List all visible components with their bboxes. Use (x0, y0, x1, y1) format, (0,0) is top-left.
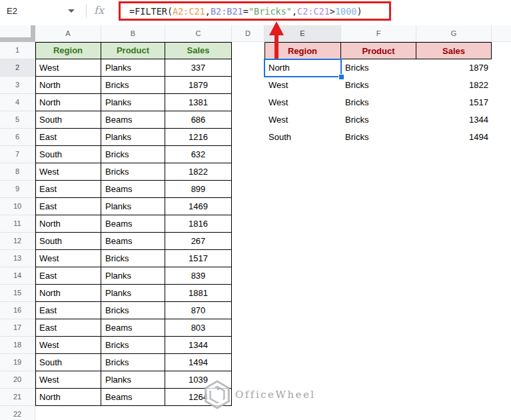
row-header-9[interactable]: 9 (0, 181, 35, 198)
cell-B2[interactable]: Planks (101, 59, 165, 77)
cell-B13[interactable]: Bricks (101, 250, 165, 267)
row-header-19[interactable]: 19 (0, 354, 35, 371)
cell-G3[interactable]: 1822 (416, 77, 492, 94)
row-header-3[interactable]: 3 (0, 77, 35, 94)
cell-C9[interactable]: 899 (165, 181, 232, 198)
cell-E1[interactable]: Region (264, 42, 341, 59)
column-header-E[interactable]: E (264, 25, 341, 42)
cell-A7[interactable]: South (35, 146, 101, 163)
cell-C6[interactable]: 1216 (165, 129, 232, 146)
cell-E2[interactable]: North (264, 59, 341, 77)
cell-C10[interactable]: 1469 (165, 198, 232, 215)
cell-B20[interactable]: Planks (101, 371, 165, 389)
row-header-17[interactable]: 17 (0, 319, 35, 337)
cell-C7[interactable]: 632 (165, 146, 232, 163)
column-header-B[interactable]: B (101, 25, 165, 42)
cell-B4[interactable]: Planks (101, 94, 165, 111)
cell-B18[interactable]: Bricks (101, 337, 165, 354)
cell-C16[interactable]: 870 (165, 302, 232, 319)
cell-C18[interactable]: 1344 (165, 337, 232, 354)
cell-B16[interactable]: Bricks (101, 302, 165, 319)
cell-C3[interactable]: 1879 (165, 77, 232, 94)
cell-F3[interactable]: Bricks (341, 77, 416, 94)
cell-F1[interactable]: Product (341, 42, 416, 59)
cell-A14[interactable]: East (35, 267, 101, 285)
cell-C14[interactable]: 839 (165, 267, 232, 285)
cell-A20[interactable]: West (35, 371, 101, 389)
cell-A6[interactable]: East (35, 129, 101, 146)
cell-B19[interactable]: Bricks (101, 354, 165, 371)
cell-A8[interactable]: West (35, 163, 101, 181)
cell-F6[interactable]: Bricks (341, 129, 416, 146)
cell-A13[interactable]: West (35, 250, 101, 267)
cell-B8[interactable]: Bricks (101, 163, 165, 181)
cell-C12[interactable]: 267 (165, 233, 232, 250)
cell-G5[interactable]: 1344 (416, 111, 492, 129)
cell-B6[interactable]: Planks (101, 129, 165, 146)
cell-A3[interactable]: North (35, 77, 101, 94)
cell-F2[interactable]: Bricks (341, 59, 416, 77)
cell-E6[interactable]: South (264, 129, 341, 146)
cell-C21[interactable]: 1264 (165, 389, 232, 406)
column-header-C[interactable]: C (165, 25, 232, 42)
select-all-corner[interactable] (0, 25, 35, 42)
cell-A4[interactable]: North (35, 94, 101, 111)
column-header-G[interactable]: G (416, 25, 492, 42)
row-header-6[interactable]: 6 (0, 129, 35, 146)
cell-F4[interactable]: Bricks (341, 94, 416, 111)
cell-B14[interactable]: Planks (101, 267, 165, 285)
cell-A18[interactable]: West (35, 337, 101, 354)
cell-A21[interactable]: North (35, 389, 101, 406)
cell-C15[interactable]: 1881 (165, 285, 232, 302)
column-header-A[interactable]: A (35, 25, 101, 42)
row-header-10[interactable]: 10 (0, 198, 35, 215)
formula-input[interactable]: =FILTER(A2:C21,B2:B21="Bricks",C2:C21>10… (119, 1, 391, 21)
cell-G1[interactable]: Sales (416, 42, 492, 59)
row-header-8[interactable]: 8 (0, 163, 35, 181)
cell-C2[interactable]: 337 (165, 59, 232, 77)
row-header-12[interactable]: 12 (0, 233, 35, 250)
cell-B7[interactable]: Bricks (101, 146, 165, 163)
cell-B9[interactable]: Beams (101, 181, 165, 198)
row-header-2[interactable]: 2 (0, 59, 35, 77)
cell-G2[interactable]: 1879 (416, 59, 492, 77)
row-header-4[interactable]: 4 (0, 94, 35, 111)
cell-A12[interactable]: South (35, 233, 101, 250)
cell-F5[interactable]: Bricks (341, 111, 416, 129)
row-header-18[interactable]: 18 (0, 337, 35, 354)
cell-C4[interactable]: 1381 (165, 94, 232, 111)
cell-A9[interactable]: East (35, 181, 101, 198)
cell-G4[interactable]: 1517 (416, 94, 492, 111)
fill-handle[interactable] (338, 74, 344, 80)
cell-B5[interactable]: Beams (101, 111, 165, 129)
row-header-15[interactable]: 15 (0, 285, 35, 302)
cell-A16[interactable]: East (35, 302, 101, 319)
cell-A17[interactable]: East (35, 319, 101, 337)
row-header-11[interactable]: 11 (0, 215, 35, 233)
cell-C19[interactable]: 1494 (165, 354, 232, 371)
row-header-16[interactable]: 16 (0, 302, 35, 319)
name-box-dropdown-icon[interactable] (68, 9, 75, 13)
row-header-20[interactable]: 20 (0, 371, 35, 389)
cell-C11[interactable]: 1816 (165, 215, 232, 233)
column-header-D[interactable]: D (232, 25, 264, 42)
cell-E5[interactable]: West (264, 111, 341, 129)
row-header-13[interactable]: 13 (0, 250, 35, 267)
cell-A11[interactable]: North (35, 215, 101, 233)
cell-B11[interactable]: Beams (101, 215, 165, 233)
row-header-7[interactable]: 7 (0, 146, 35, 163)
cell-C13[interactable]: 1517 (165, 250, 232, 267)
cell-A15[interactable]: North (35, 285, 101, 302)
cell-A10[interactable]: East (35, 198, 101, 215)
cell-E3[interactable]: West (264, 77, 341, 94)
row-header-22[interactable]: 22 (0, 406, 35, 420)
cell-A19[interactable]: South (35, 354, 101, 371)
cell-C8[interactable]: 1822 (165, 163, 232, 181)
row-header-14[interactable]: 14 (0, 267, 35, 285)
cell-B3[interactable]: Bricks (101, 77, 165, 94)
cell-B1[interactable]: Product (101, 42, 165, 59)
column-header-F[interactable]: F (341, 25, 416, 42)
row-header-5[interactable]: 5 (0, 111, 35, 129)
cell-C5[interactable]: 686 (165, 111, 232, 129)
row-header-21[interactable]: 21 (0, 389, 35, 406)
